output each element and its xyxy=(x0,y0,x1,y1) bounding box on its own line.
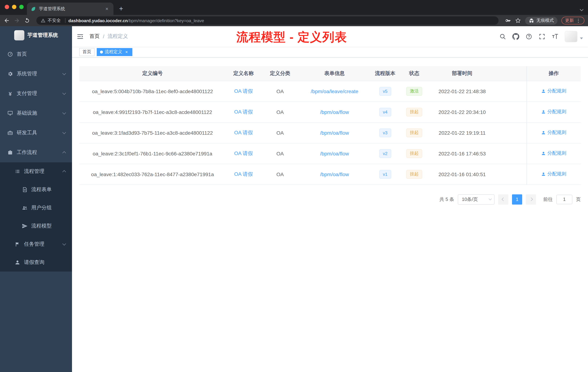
deploy-time-cell: 2022-01-16 01:40:51 xyxy=(428,164,496,185)
forward-button[interactable] xyxy=(14,17,20,24)
browser-tab[interactable]: 芋道管理系统 × xyxy=(27,2,114,15)
process-management-icon xyxy=(15,169,20,174)
sidebar-toggle-button[interactable] xyxy=(76,33,84,40)
back-button[interactable] xyxy=(4,17,10,24)
assign-rule-link[interactable]: 分配规则 xyxy=(541,109,566,115)
address-bar[interactable]: 不安全 dashboard.yudao.iocoder.cn /bpm/mana… xyxy=(36,16,499,25)
form-link[interactable]: /bpm/oa/leave/create xyxy=(311,88,358,94)
assign-rule-link[interactable]: 分配规则 xyxy=(541,150,566,157)
sidebar-item-system[interactable]: 系统管理 xyxy=(0,64,72,84)
category-cell: OA xyxy=(261,122,299,143)
status-badge: 挂起 xyxy=(406,108,422,116)
sidebar-item-workflow[interactable]: 工作流程 xyxy=(0,143,72,162)
yen-icon: ¥ xyxy=(7,91,13,97)
definition-id-cell: oa_leave:5:004b710b-7b8a-11ec-8ef0-acde4… xyxy=(79,81,226,101)
column-header-deploy-time: 部署时间 xyxy=(428,66,496,81)
tag-process-definition[interactable]: 流程定义 × xyxy=(97,48,132,56)
sidebar-item-payment[interactable]: ¥ 支付管理 xyxy=(0,84,72,103)
help-icon[interactable] xyxy=(525,33,532,40)
sidebar-item-process-management[interactable]: 流程管理 xyxy=(0,162,72,181)
filler-cell xyxy=(496,101,526,122)
reload-button[interactable] xyxy=(24,17,30,24)
breadcrumb-home[interactable]: 首页 xyxy=(89,33,100,40)
infrastructure-icon xyxy=(7,110,13,116)
sidebar-item-dev-tools[interactable]: 研发工具 xyxy=(0,123,72,143)
tab-search-button[interactable] xyxy=(580,5,583,12)
definition-name-link[interactable]: OA 请假 xyxy=(234,109,253,114)
sidebar-item-process-form[interactable]: 流程表单 xyxy=(0,181,72,199)
top-navbar: 首页 / 流程定义 流程模型 - 定义列表 xyxy=(72,26,588,47)
page-1-button[interactable]: 1 xyxy=(512,194,522,204)
assign-rule-link[interactable]: 分配规则 xyxy=(541,129,566,136)
sidebar-item-infrastructure[interactable]: 基础设施 xyxy=(0,103,72,123)
sidebar-item-leave-query[interactable]: 请假查询 xyxy=(0,253,72,272)
goto-label: 前往 xyxy=(543,196,553,203)
browser-update-menu[interactable]: 更新 ⋮ xyxy=(561,17,584,24)
font-size-icon[interactable] xyxy=(552,33,558,40)
form-link[interactable]: /bpm/oa/flow xyxy=(320,151,349,156)
column-header-form-info: 表单信息 xyxy=(299,66,370,81)
next-page-button[interactable] xyxy=(526,194,536,204)
form-link[interactable]: /bpm/oa/flow xyxy=(320,130,349,136)
security-label[interactable]: 不安全 xyxy=(48,17,61,24)
github-icon[interactable] xyxy=(512,33,519,40)
goto-page-input[interactable] xyxy=(556,195,572,204)
bookmark-star-icon[interactable] xyxy=(515,17,521,24)
sidebar-item-user-group[interactable]: 用户分组 xyxy=(0,199,72,217)
search-icon[interactable] xyxy=(499,33,506,40)
sidebar-item-label: 用户分组 xyxy=(31,205,65,211)
sidebar-item-home[interactable]: 首页 xyxy=(0,44,72,64)
page-size-select[interactable]: 10条/页 xyxy=(458,194,494,204)
chevron-down-icon xyxy=(62,131,66,134)
status-badge: 挂起 xyxy=(406,170,422,178)
filler-cell xyxy=(496,143,526,164)
tab-title: 芋道管理系统 xyxy=(39,6,101,12)
chevron-down-icon xyxy=(62,91,66,95)
prev-page-button[interactable] xyxy=(498,194,508,204)
app-logo xyxy=(14,30,24,40)
page-content: 定义编号 定义名称 定义分类 表单信息 流程版本 状态 部署时间 操作 xyxy=(72,57,588,372)
user-menu[interactable] xyxy=(565,31,583,42)
definition-table: 定义编号 定义名称 定义分类 表单信息 流程版本 状态 部署时间 操作 xyxy=(79,66,581,185)
assign-rule-link[interactable]: 分配规则 xyxy=(541,171,566,177)
zoom-window-button[interactable] xyxy=(19,5,24,9)
definition-name-link[interactable]: OA 请假 xyxy=(234,150,253,156)
gear-icon xyxy=(7,71,13,77)
definition-name-link[interactable]: OA 请假 xyxy=(234,171,253,177)
sidebar-item-task-management[interactable]: 任务管理 xyxy=(0,235,72,253)
chevron-down-icon xyxy=(489,197,492,200)
assign-rule-link[interactable]: 分配规则 xyxy=(541,88,566,94)
sidebar-item-label: 工作流程 xyxy=(17,149,59,156)
definition-name-link[interactable]: OA 请假 xyxy=(234,129,253,135)
tab-close-icon[interactable]: × xyxy=(104,6,110,12)
url-domain: dashboard.yudao.iocoder.cn xyxy=(68,18,128,23)
sidebar-item-label: 流程模型 xyxy=(31,223,65,229)
minimize-window-button[interactable] xyxy=(12,5,16,9)
navbar-actions xyxy=(499,31,583,42)
password-key-icon[interactable] xyxy=(505,17,511,24)
incognito-badge[interactable]: 无痕模式 xyxy=(525,17,557,25)
user-avatar[interactable] xyxy=(565,31,578,42)
not-secure-warning-icon xyxy=(41,18,45,23)
sidebar-item-process-model[interactable]: 流程模型 xyxy=(0,217,72,235)
category-cell: OA xyxy=(261,81,299,101)
table-row: oa_leave:1:482ec033-762a-11ec-8477-a2380… xyxy=(79,164,581,185)
chevron-up-icon xyxy=(62,170,66,174)
form-link[interactable]: /bpm/oa/flow xyxy=(320,109,349,115)
annotation-overlay: 流程模型 - 定义列表 xyxy=(236,29,347,45)
breadcrumb: 首页 / 流程定义 xyxy=(89,33,128,40)
sidebar-item-label: 任务管理 xyxy=(24,241,59,248)
deploy-time-cell: 2022-01-22 21:48:38 xyxy=(428,81,496,101)
close-window-button[interactable] xyxy=(5,5,9,9)
fullscreen-icon[interactable] xyxy=(538,33,546,40)
sidebar-item-label: 研发工具 xyxy=(17,130,59,136)
tag-home[interactable]: 首页 xyxy=(79,48,94,56)
filler-cell xyxy=(496,81,526,101)
total-count-label: 共 5 条 xyxy=(440,196,454,203)
breadcrumb-current: 流程定义 xyxy=(108,33,128,40)
form-link[interactable]: /bpm/oa/flow xyxy=(320,171,349,177)
new-tab-button[interactable]: + xyxy=(116,4,126,14)
definition-name-link[interactable]: OA 请假 xyxy=(234,88,253,94)
tag-close-icon[interactable]: × xyxy=(124,49,129,55)
incognito-icon xyxy=(529,18,534,23)
